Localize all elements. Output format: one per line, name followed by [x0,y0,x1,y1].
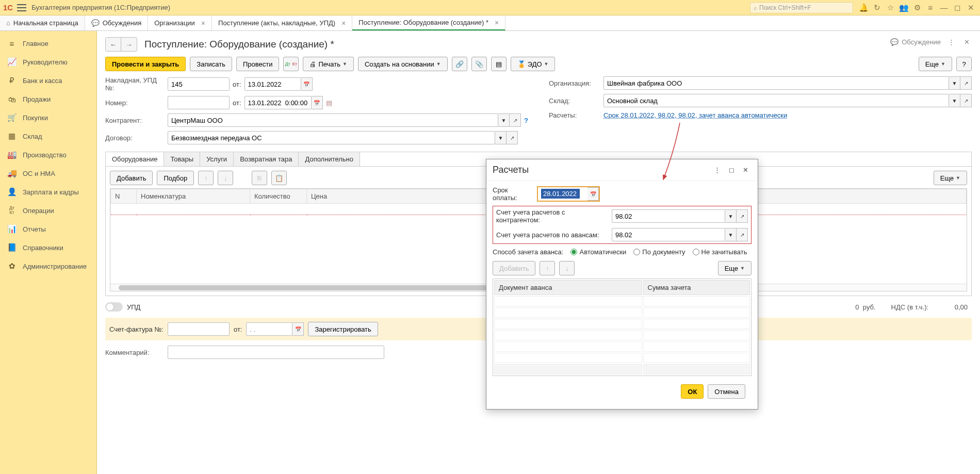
back-button[interactable]: ← [106,38,121,51]
warehouse-select[interactable]: ▼↗ [603,94,972,107]
history-icon[interactable]: ↻ [871,2,883,14]
chevron-down-icon[interactable]: ▼ [725,209,737,223]
menu-icon[interactable] [17,4,26,11]
acc1-select[interactable]: ▼↗ [612,209,748,223]
popup-more-button[interactable]: Еще▼ [718,261,752,275]
sidebar-item-catalogs[interactable]: 📘Справочники [0,238,96,257]
down-button[interactable]: ↓ [559,261,575,275]
subtab-equipment[interactable]: Оборудование [106,152,164,166]
open-icon[interactable]: ↗ [737,209,748,223]
dtkt-button[interactable]: ДтКт [283,57,299,71]
settle-link[interactable]: Срок 28.01.2022, 98.02, 98.02, зачет ава… [603,111,787,119]
sidebar-item-reports[interactable]: 📊Отчеты [0,220,96,238]
chevron-down-icon[interactable]: ▼ [949,94,960,107]
due-date-input[interactable]: 📅 [537,186,600,202]
post-button[interactable]: Провести [236,57,280,71]
select-button[interactable]: Подбор [157,171,194,185]
tab-discussions[interactable]: 💬 Обсуждения [85,15,149,30]
upd-toggle[interactable] [105,302,123,312]
contract-select[interactable]: ▼↗ [168,131,518,144]
up-button[interactable]: ↑ [540,261,555,275]
chevron-down-icon[interactable]: ▼ [725,228,737,241]
tab-home[interactable]: ⌂ Начальная страница [0,15,85,30]
chevron-down-icon[interactable]: ▼ [949,76,960,90]
sidebar-item-manager[interactable]: 📈Руководителю [0,53,96,71]
maximize-icon[interactable]: ◻ [951,2,963,14]
lines-icon[interactable]: ≡ [924,2,937,14]
tab-current[interactable]: Поступление: Оборудование (создание) * × [352,15,505,30]
cancel-button[interactable]: Отмена [708,384,745,399]
down-button[interactable]: ↓ [218,171,233,185]
sidebar-item-admin[interactable]: ✿Администрирование [0,257,96,275]
sf-date-input[interactable]: 📅 [246,322,304,336]
comment-input[interactable] [168,346,384,359]
open-icon[interactable]: ↗ [507,131,518,144]
discuss-button[interactable]: 💬Обсуждение [890,38,941,46]
ok-button[interactable]: ОК [681,384,704,399]
more-button[interactable]: Еще▼ [919,57,952,71]
close-icon[interactable]: × [341,19,346,27]
subtab-additional[interactable]: Дополнительно [299,152,360,166]
print-button[interactable]: 🖨Печать▼ [303,57,354,71]
list-button[interactable]: ▤ [491,57,507,71]
invoice-date-input[interactable]: 📅 [244,77,313,91]
calendar-icon[interactable]: 📅 [292,322,304,336]
radio-none[interactable]: Не зачитывать [693,248,747,256]
calendar-icon[interactable]: 📅 [587,187,599,201]
radio-bydoc[interactable]: По документу [633,248,685,256]
close-window-icon[interactable]: ✕ [965,2,977,14]
sidebar-item-production[interactable]: 🏭Производство [0,145,96,164]
sidebar-item-operations[interactable]: ДтКтОперации [0,201,96,220]
maximize-icon[interactable]: ◻ [726,165,738,175]
open-icon[interactable]: ↗ [960,94,972,107]
sf-number-input[interactable] [168,322,230,336]
subtab-returnable[interactable]: Возвратная тара [234,152,299,166]
sidebar-item-sales[interactable]: 🛍Продажи [0,90,96,108]
bell-icon[interactable]: 🔔 [857,2,870,14]
post-and-close-button[interactable]: Провести и закрыть [105,57,186,71]
chevron-down-icon[interactable]: ▼ [495,131,507,144]
open-icon[interactable]: ↗ [510,113,521,127]
number-input[interactable] [168,96,230,109]
star-icon[interactable]: ☆ [884,2,896,14]
settings-icon[interactable]: ⚙ [911,2,923,14]
subtab-goods[interactable]: Товары [164,152,200,166]
open-icon[interactable]: ↗ [960,76,972,90]
tab-invoices[interactable]: Поступление (акты, накладные, УПД) × [212,15,352,30]
close-icon[interactable]: ✕ [962,37,972,47]
radio-auto[interactable]: Автоматически [570,248,626,256]
chevron-down-icon[interactable]: ▼ [498,113,510,127]
global-search[interactable]: ⌕ Поиск Ctrl+Shift+F [750,2,853,13]
calendar-icon[interactable]: 📅 [312,96,323,109]
sidebar-item-warehouse[interactable]: ▦Склад [0,127,96,145]
create-based-button[interactable]: Создать на основании▼ [358,57,448,71]
calendar-icon[interactable]: 📅 [301,77,313,91]
contractor-select[interactable]: ▼↗ [168,113,521,127]
acc2-select[interactable]: ▼↗ [612,228,748,241]
save-button[interactable]: Записать [190,57,232,71]
register-button[interactable]: Зарегистрировать [308,322,378,336]
close-icon[interactable]: ✕ [740,165,752,175]
sidebar-item-assets[interactable]: 🚚ОС и НМА [0,164,96,183]
add-row-button[interactable]: Добавить [110,171,153,185]
edo-button[interactable]: 🏅ЭДО▼ [511,57,556,71]
more-icon[interactable]: ⋮ [946,37,957,47]
link-button[interactable]: 🔗 [452,57,467,71]
forward-button[interactable]: → [121,38,137,51]
org-select[interactable]: ▼↗ [603,76,972,90]
minimize-icon[interactable]: — [938,2,950,14]
attach-button[interactable]: 📎 [471,57,487,71]
close-icon[interactable]: × [495,19,499,27]
sidebar-item-payroll[interactable]: 👤Зарплата и кадры [0,183,96,201]
popup-add-button[interactable]: Добавить [493,261,535,275]
sidebar-item-purchases[interactable]: 🛒Покупки [0,108,96,127]
subtab-services[interactable]: Услуги [200,152,234,166]
sidebar-item-bank[interactable]: ₽Банк и касса [0,71,96,90]
users-icon[interactable]: 👥 [897,2,910,14]
open-icon[interactable]: ↗ [737,228,748,241]
table-more-button[interactable]: Еще▼ [934,171,967,185]
help-button[interactable]: ? [956,57,972,71]
tab-orgs[interactable]: Организации × [148,15,212,30]
datetime-input[interactable]: 📅 [244,96,323,109]
more-icon[interactable]: ⋮ [711,165,724,175]
